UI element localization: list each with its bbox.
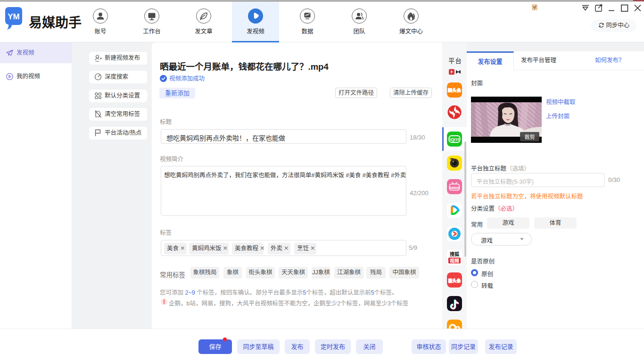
svg-text:40: 40 xyxy=(474,104,477,107)
svg-text:搜狐: 搜狐 xyxy=(450,251,459,257)
svg-text:趣头条: 趣头条 xyxy=(447,88,462,93)
svg-text:bilibili: bilibili xyxy=(450,186,459,189)
svg-text:视频: 视频 xyxy=(450,258,459,263)
svg-text:YM: YM xyxy=(8,12,20,21)
svg-text:裁剪: 裁剪 xyxy=(525,134,535,140)
svg-text:惠头条: 惠头条 xyxy=(448,278,461,283)
svg-text:iQIYI: iQIYI xyxy=(450,137,459,142)
